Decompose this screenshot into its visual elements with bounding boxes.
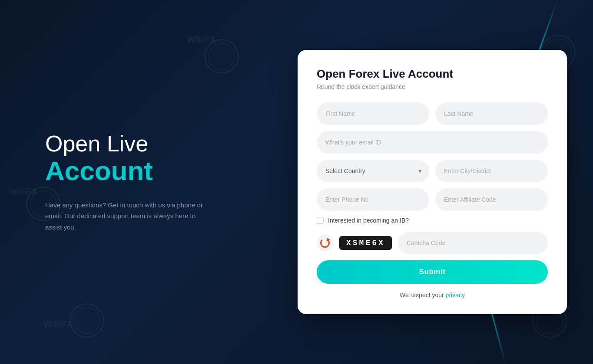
open-live-text: Open Live — [45, 131, 252, 156]
account-text: Account — [45, 156, 252, 186]
name-row — [317, 102, 548, 125]
captcha-input-wrapper — [398, 232, 548, 254]
phone-input[interactable] — [317, 188, 429, 211]
refresh-icon — [320, 238, 330, 248]
country-select-wrapper: Select Country ▾ — [317, 160, 429, 182]
city-input[interactable] — [435, 160, 548, 182]
country-city-row: Select Country ▾ — [317, 160, 548, 182]
first-name-input[interactable] — [317, 102, 429, 125]
last-name-field — [435, 102, 548, 125]
country-select[interactable]: Select Country — [317, 160, 429, 182]
affiliate-field — [435, 188, 548, 211]
email-row — [317, 131, 548, 154]
captcha-refresh-button[interactable] — [317, 235, 333, 251]
phone-field — [317, 188, 429, 211]
first-name-field — [317, 102, 429, 125]
description-text: Have any questions? Get in touch with us… — [45, 200, 210, 233]
email-field — [317, 131, 548, 154]
ib-label[interactable]: Interested in becoming an IB? — [328, 217, 409, 224]
wikifx-watermark-3: WikiFX — [43, 319, 73, 329]
email-input[interactable] — [317, 131, 548, 154]
ib-checkbox-row: Interested in becoming an IB? — [317, 217, 548, 224]
left-panel: Open Live Account Have any questions? Ge… — [0, 131, 252, 233]
captcha-image: XSME6X — [339, 236, 392, 250]
form-card: Open Forex Live Account Round the clock … — [298, 50, 567, 314]
last-name-input[interactable] — [435, 102, 548, 125]
submit-button[interactable]: Submit — [317, 260, 548, 284]
privacy-link[interactable]: privacy — [446, 292, 465, 298]
captcha-row: XSME6X — [317, 232, 548, 254]
affiliate-input[interactable] — [435, 188, 548, 211]
captcha-input[interactable] — [398, 232, 548, 254]
city-field — [435, 160, 548, 182]
privacy-text: We respect your — [400, 292, 444, 298]
form-subtitle: Round the clock expert guidance — [317, 83, 548, 90]
ib-checkbox[interactable] — [317, 217, 324, 224]
privacy-row: We respect your privacy — [317, 292, 548, 298]
form-title: Open Forex Live Account — [317, 67, 548, 81]
phone-affiliate-row — [317, 188, 548, 211]
wikifx-watermark-1: WikiFX — [187, 35, 216, 45]
